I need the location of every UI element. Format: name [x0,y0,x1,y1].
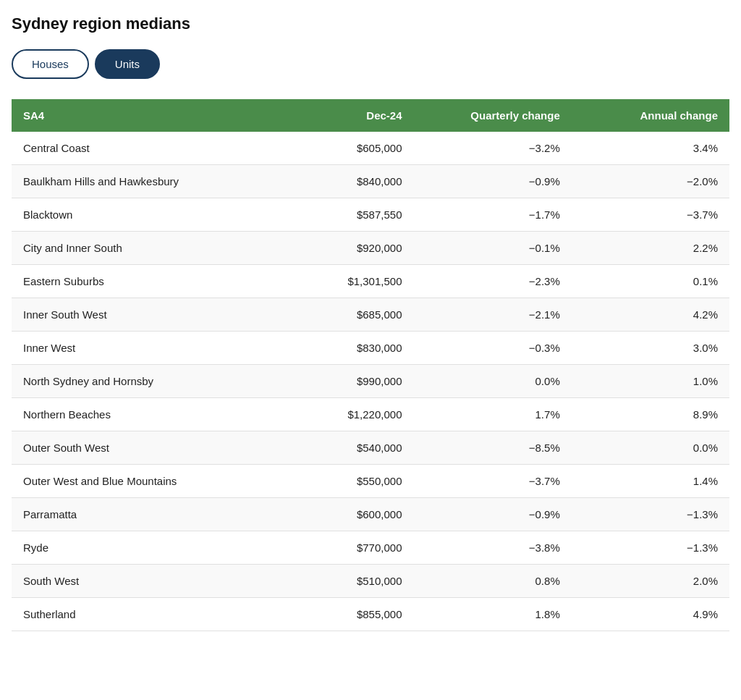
cell-sa4: Sutherland [12,598,284,631]
table-header-row: SA4 Dec-24 Quarterly change Annual chang… [12,99,729,132]
cell-quarterly: 1.8% [414,598,572,631]
cell-quarterly: −3.2% [414,132,572,165]
cell-sa4: City and Inner South [12,232,284,265]
cell-sa4: Outer South West [12,431,284,465]
cell-quarterly: −0.3% [414,332,572,365]
cell-sa4: Northern Beaches [12,398,284,431]
medians-table: SA4 Dec-24 Quarterly change Annual chang… [12,99,729,631]
cell-annual: 4.9% [572,598,729,631]
cell-annual: 8.9% [572,398,729,431]
cell-quarterly: 1.7% [414,398,572,431]
cell-annual: 0.1% [572,265,729,298]
toggle-group: Houses Units [12,49,729,79]
cell-quarterly: −0.1% [414,232,572,265]
table-row: Eastern Suburbs$1,301,500−2.3%0.1% [12,265,729,298]
table-row: Blacktown$587,550−1.7%−3.7% [12,198,729,232]
cell-annual: 1.0% [572,365,729,398]
cell-sa4: Ryde [12,531,284,565]
cell-dec24: $920,000 [284,232,414,265]
cell-dec24: $770,000 [284,531,414,565]
cell-dec24: $830,000 [284,332,414,365]
cell-dec24: $600,000 [284,498,414,531]
cell-annual: 2.2% [572,232,729,265]
cell-sa4: Central Coast [12,132,284,165]
table-row: North Sydney and Hornsby$990,0000.0%1.0% [12,365,729,398]
cell-dec24: $855,000 [284,598,414,631]
cell-dec24: $540,000 [284,431,414,465]
cell-quarterly: −0.9% [414,498,572,531]
cell-dec24: $685,000 [284,298,414,332]
table-row: Parramatta$600,000−0.9%−1.3% [12,498,729,531]
cell-sa4: Baulkham Hills and Hawkesbury [12,165,284,198]
page-title: Sydney region medians [12,14,729,33]
cell-quarterly: −0.9% [414,165,572,198]
cell-dec24: $990,000 [284,365,414,398]
cell-quarterly: −1.7% [414,198,572,232]
cell-dec24: $840,000 [284,165,414,198]
cell-annual: −3.7% [572,198,729,232]
cell-quarterly: −2.3% [414,265,572,298]
table-row: Inner West$830,000−0.3%3.0% [12,332,729,365]
table-row: Baulkham Hills and Hawkesbury$840,000−0.… [12,165,729,198]
cell-quarterly: 0.0% [414,365,572,398]
cell-annual: 2.0% [572,565,729,598]
cell-annual: 1.4% [572,465,729,498]
header-sa4: SA4 [12,99,284,132]
cell-sa4: Inner South West [12,298,284,332]
header-dec24: Dec-24 [284,99,414,132]
houses-toggle-button[interactable]: Houses [12,49,89,79]
cell-sa4: Eastern Suburbs [12,265,284,298]
cell-sa4: South West [12,565,284,598]
cell-quarterly: 0.8% [414,565,572,598]
table-row: Sutherland$855,0001.8%4.9% [12,598,729,631]
cell-annual: −1.3% [572,498,729,531]
table-row: Northern Beaches$1,220,0001.7%8.9% [12,398,729,431]
table-row: City and Inner South$920,000−0.1%2.2% [12,232,729,265]
cell-dec24: $510,000 [284,565,414,598]
cell-annual: −2.0% [572,165,729,198]
cell-annual: 3.0% [572,332,729,365]
cell-dec24: $587,550 [284,198,414,232]
cell-dec24: $1,220,000 [284,398,414,431]
cell-annual: −1.3% [572,531,729,565]
cell-sa4: North Sydney and Hornsby [12,365,284,398]
cell-quarterly: −8.5% [414,431,572,465]
cell-sa4: Inner West [12,332,284,365]
cell-quarterly: −2.1% [414,298,572,332]
table-row: Outer South West$540,000−8.5%0.0% [12,431,729,465]
cell-sa4: Parramatta [12,498,284,531]
header-annual: Annual change [572,99,729,132]
table-row: Central Coast$605,000−3.2%3.4% [12,132,729,165]
cell-sa4: Blacktown [12,198,284,232]
table-row: Outer West and Blue Mountains$550,000−3.… [12,465,729,498]
table-row: Ryde$770,000−3.8%−1.3% [12,531,729,565]
cell-annual: 3.4% [572,132,729,165]
table-row: Inner South West$685,000−2.1%4.2% [12,298,729,332]
units-toggle-button[interactable]: Units [95,49,160,79]
table-row: South West$510,0000.8%2.0% [12,565,729,598]
cell-dec24: $550,000 [284,465,414,498]
cell-dec24: $1,301,500 [284,265,414,298]
cell-dec24: $605,000 [284,132,414,165]
header-quarterly: Quarterly change [414,99,572,132]
cell-sa4: Outer West and Blue Mountains [12,465,284,498]
cell-quarterly: −3.8% [414,531,572,565]
cell-annual: 0.0% [572,431,729,465]
cell-annual: 4.2% [572,298,729,332]
cell-quarterly: −3.7% [414,465,572,498]
